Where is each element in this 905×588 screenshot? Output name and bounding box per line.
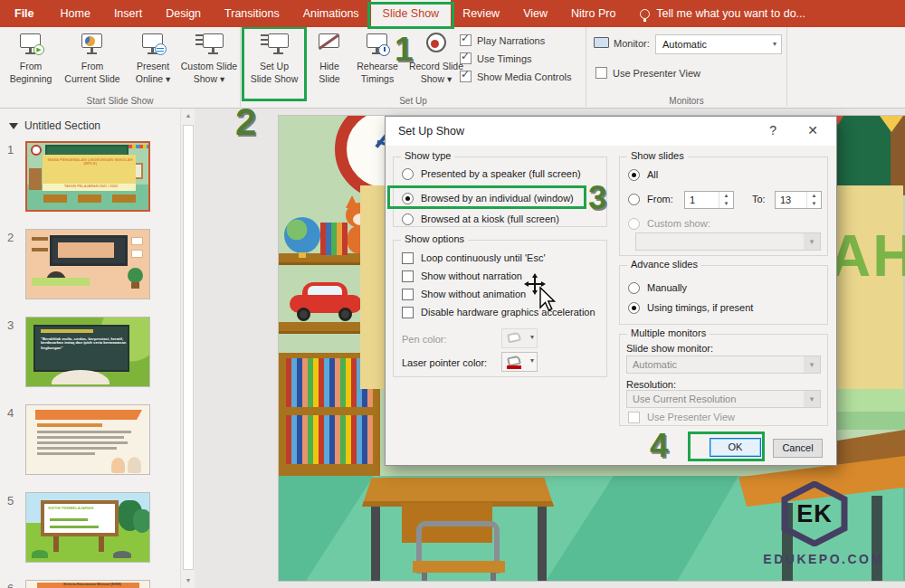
slide-5-thumbnail[interactable]: SISTIM PEMBELAJARAN <box>25 492 150 563</box>
use-timings-checkbox[interactable]: ✓Use Timings <box>460 52 532 64</box>
laser-pointer-color-label: Laser pointer color: <box>402 357 487 368</box>
hide-slide-icon <box>316 32 343 57</box>
radio-using-timings[interactable]: Using timings, if present <box>628 302 753 314</box>
tab-home[interactable]: Home <box>49 0 102 27</box>
play-narrations-checkbox[interactable]: ✓Play Narrations <box>460 34 545 46</box>
chalkboard <box>831 116 894 188</box>
scroll-up-icon[interactable]: ▲ <box>181 109 195 123</box>
slide-row-5[interactable]: 5 SISTIM PEMBELAJARAN <box>7 492 195 563</box>
help-icon[interactable]: ? <box>769 123 776 138</box>
radio-browsed-by-individual[interactable]: Browsed by an individual (window) <box>402 193 574 204</box>
close-icon[interactable]: ✕ <box>807 123 818 138</box>
slide-2-thumbnail[interactable] <box>25 229 150 299</box>
slide-row-4[interactable]: 4 <box>7 404 195 475</box>
group-label-set-up: Set Up <box>241 96 586 106</box>
radio-custom-show[interactable]: Custom show: <box>628 218 710 230</box>
thumb-desk <box>43 194 67 203</box>
from-current-slide-button[interactable]: From Current Slide <box>60 29 125 100</box>
resolution-dropdown[interactable]: Use Current Resolution ▾ <box>626 390 821 408</box>
radio-selected-icon <box>402 193 414 204</box>
section-collapse-icon[interactable] <box>9 123 18 129</box>
radio-browsed-at-kiosk[interactable]: Browsed at a kiosk (full screen) <box>402 213 559 225</box>
record-slide-show-button[interactable]: Record Slide Show ▾ <box>405 29 467 100</box>
show-media-controls-checkbox[interactable]: ✓Show Media Controls <box>460 71 572 82</box>
thumb-chalkboard: "Berakhlak mulia, cerdas, berprestasi, k… <box>33 325 129 372</box>
checkbox-show-without-narration[interactable]: Show without narration <box>402 270 522 282</box>
radio-all-slides[interactable]: All <box>628 169 658 181</box>
slide-row-6[interactable]: 6 Kriteria Ketuntasan Minimal (KKM) <box>7 580 195 588</box>
resolution-label: Resolution: <box>626 379 676 390</box>
panel-scrollbar[interactable]: ▲ ▼ <box>180 109 195 588</box>
section-header[interactable]: Untitled Section <box>9 119 100 132</box>
paint-bucket-icon <box>507 332 521 344</box>
to-slide-spinner[interactable]: 13 ▲▼ <box>775 191 822 209</box>
dialog-title-bar[interactable]: Set Up Show ? ✕ <box>386 117 836 146</box>
tab-nitro-pro[interactable]: Nitro Pro <box>559 0 627 27</box>
slide-show-monitor-dropdown[interactable]: Automatic ▾ <box>626 356 821 374</box>
rehearse-timings-button[interactable]: Rehearse Timings <box>351 29 404 100</box>
slide-3-thumbnail[interactable]: "Berakhlak mulia, cerdas, berprestasi, k… <box>25 317 150 387</box>
slide-6-thumbnail[interactable]: Kriteria Ketuntasan Minimal (KKM) <box>25 580 150 588</box>
use-presenter-view-checkbox[interactable]: Use Presenter View <box>595 67 700 79</box>
radio-presented-by-speaker[interactable]: Presented by a speaker (full screen) <box>402 168 581 180</box>
from-beginning-button[interactable]: ▶ From Beginning <box>4 29 58 100</box>
spinner-arrows-icon[interactable]: ▲▼ <box>806 192 821 208</box>
toy-globe <box>284 217 320 253</box>
scrollbar-thumb[interactable] <box>183 125 194 570</box>
slide-row-1[interactable]: 1 MASA PENGENALAN LINGKUNGAN SEKOLAH (MP… <box>7 141 195 212</box>
tab-design[interactable]: Design <box>154 0 213 27</box>
laser-pointer-color-picker[interactable]: ▾ <box>501 352 538 372</box>
custom-slide-show-button[interactable]: Custom Slide Show ▾ <box>179 29 239 100</box>
from-slide-spinner[interactable]: 1 ▲▼ <box>684 191 734 209</box>
tab-animations[interactable]: Animations <box>291 0 371 27</box>
play-from-beginning-icon: ▶ <box>17 32 44 57</box>
checkbox-icon <box>402 289 414 300</box>
slide-row-2[interactable]: 2 <box>7 229 195 299</box>
logo-monogram: EK <box>778 481 851 546</box>
monitor-dropdown[interactable]: Automatic ▾ <box>655 34 782 54</box>
checkbox-icon <box>402 270 414 282</box>
tab-review[interactable]: Review <box>451 0 511 27</box>
lightbulb-icon <box>640 9 650 19</box>
use-presenter-view-dialog-checkbox[interactable]: Use Presenter View <box>628 412 735 423</box>
present-online-button[interactable]: Present Online ▾ <box>127 29 179 100</box>
checkbox-loop-continuously[interactable]: Loop continuously until 'Esc' <box>402 252 546 264</box>
ribbon-body: ▶ From Beginning From Current Slide Pres… <box>0 27 905 109</box>
chevron-down-icon: ▾ <box>530 356 534 365</box>
cancel-button[interactable]: Cancel <box>773 439 823 458</box>
thumb-caption-bar <box>32 278 90 286</box>
dialog-title: Set Up Show <box>398 125 464 138</box>
tab-view[interactable]: View <box>511 0 559 27</box>
checkbox-checked-icon: ✓ <box>460 71 472 82</box>
checkbox-unchecked-icon <box>595 67 607 79</box>
scroll-down-icon[interactable]: ▼ <box>181 574 195 588</box>
group-monitors: Monitor: Automatic ▾ Use Presenter View … <box>586 27 787 107</box>
chevron-down-icon: ▾ <box>530 333 534 341</box>
powerpoint-window: File Home Insert Design Transitions Anim… <box>0 0 905 588</box>
ok-button[interactable]: OK <box>710 438 761 457</box>
monitor-label: Monitor: <box>614 38 650 49</box>
checkbox-disable-hardware-acceleration[interactable]: Disable hardware graphics acceleration <box>402 307 595 318</box>
tab-insert[interactable]: Insert <box>102 0 154 27</box>
pen-color-picker[interactable]: ▾ <box>501 328 538 348</box>
thumb-clock <box>31 145 42 156</box>
tab-transitions[interactable]: Transitions <box>213 0 291 27</box>
radio-manually[interactable]: Manually <box>628 282 687 294</box>
custom-show-dropdown[interactable]: ▾ <box>635 232 821 251</box>
thumb-paper <box>131 237 143 245</box>
radio-disabled-icon <box>628 218 640 230</box>
hide-slide-button[interactable]: Hide Slide <box>310 29 349 100</box>
set-up-slide-show-button[interactable]: Set Up Slide Show <box>244 29 304 100</box>
radio-from-slides[interactable]: From: <box>628 194 673 205</box>
set-up-show-icon <box>261 32 288 57</box>
checkbox-show-without-animation[interactable]: Show without animation <box>402 289 526 300</box>
checkbox-checked-icon: ✓ <box>460 34 472 46</box>
slide-1-thumbnail[interactable]: MASA PENGENALAN LINGKUNGAN SEKOLAH (MPLS… <box>25 141 150 212</box>
tab-slide-show[interactable]: Slide Show <box>371 0 452 27</box>
radio-icon <box>628 194 640 205</box>
tab-file[interactable]: File <box>0 0 49 27</box>
slide-row-3[interactable]: 3 "Berakhlak mulia, cerdas, berprestasi,… <box>7 317 195 387</box>
tell-me-box[interactable]: Tell me what you want to do... <box>627 0 805 27</box>
spinner-arrows-icon[interactable]: ▲▼ <box>719 192 733 208</box>
slide-4-thumbnail[interactable] <box>25 404 150 475</box>
